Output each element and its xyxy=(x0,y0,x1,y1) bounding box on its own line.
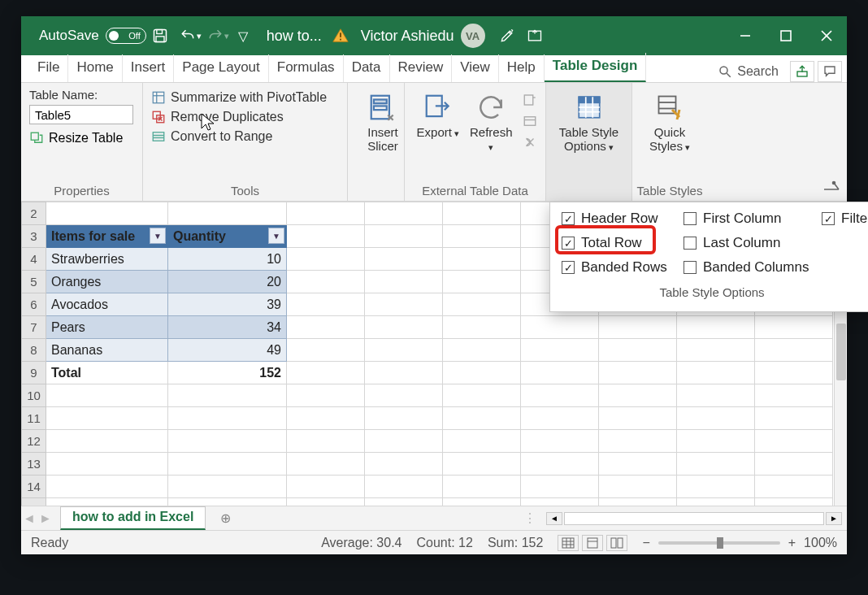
table-style-options-button[interactable]: Table StyleOptions xyxy=(554,88,623,153)
svg-rect-7 xyxy=(781,31,791,41)
zoom-value: 100% xyxy=(804,536,837,550)
chk-banded-columns[interactable]: Banded Columns xyxy=(684,259,822,276)
filter-dropdown-icon[interactable]: ▼ xyxy=(150,228,166,244)
tab-help[interactable]: Help xyxy=(499,54,545,82)
ribbon-display-icon[interactable] xyxy=(521,16,549,55)
document-title: how to... xyxy=(267,28,322,45)
export-button[interactable]: Export xyxy=(413,88,463,153)
horizontal-scrollbar[interactable]: ◄► xyxy=(546,512,847,525)
quick-styles-button[interactable]: QuickStyles xyxy=(640,88,699,153)
svg-rect-27 xyxy=(524,117,536,126)
chk-header-row[interactable]: Header Row xyxy=(562,211,684,227)
chk-last-column[interactable]: Last Column xyxy=(684,235,822,251)
chk-first-column[interactable]: First Column xyxy=(684,211,822,227)
user-name: Victor Ashiedu xyxy=(361,28,454,45)
search-box[interactable]: Search xyxy=(710,61,787,82)
table-name-label: Table Name: xyxy=(29,88,134,102)
minimize-button[interactable] xyxy=(725,16,766,55)
svg-rect-23 xyxy=(374,100,387,104)
tab-table-design[interactable]: Table Design xyxy=(545,53,647,82)
ribbon-body: Table Name: Resize Table Properties Summ… xyxy=(21,83,847,202)
tab-file[interactable]: File xyxy=(29,54,68,82)
svg-rect-46 xyxy=(611,538,616,548)
group-table-styles: QuickStyles Table Styles xyxy=(632,83,707,201)
avatar[interactable]: VA xyxy=(461,24,485,48)
svg-rect-12 xyxy=(797,72,807,76)
group-slicer: InsertSlicer xyxy=(348,83,405,201)
tab-view[interactable]: View xyxy=(452,54,499,82)
status-average: Average: 30.4 xyxy=(321,536,401,550)
sheet-prev-icon[interactable]: ◄ xyxy=(21,511,37,526)
excel-window: AutoSave Off ▾ ▾ ▽ how to... Victor Ashi… xyxy=(21,16,847,554)
tab-review[interactable]: Review xyxy=(390,54,453,82)
svg-rect-26 xyxy=(524,95,533,105)
tab-page-layout[interactable]: Page Layout xyxy=(174,54,268,82)
svg-point-38 xyxy=(833,182,835,185)
svg-rect-3 xyxy=(340,33,341,37)
svg-point-10 xyxy=(720,67,727,74)
group-external-data: Export Refresh External Table Data xyxy=(405,83,546,201)
svg-rect-30 xyxy=(579,97,600,102)
warning-icon xyxy=(332,27,349,45)
refresh-button[interactable]: Refresh xyxy=(467,88,517,153)
add-sheet-button[interactable]: ⊕ xyxy=(220,510,231,526)
tab-insert[interactable]: Insert xyxy=(123,54,175,82)
chk-filter-button[interactable]: Filter xyxy=(822,211,868,227)
remove-duplicates-button[interactable]: Remove Duplicates xyxy=(151,107,339,127)
collapse-ribbon-icon[interactable] xyxy=(822,180,840,194)
sheet-tab-active[interactable]: how to add in Excel xyxy=(60,506,206,530)
status-ready: Ready xyxy=(31,536,68,550)
summarize-pivottable-button[interactable]: Summarize with PivotTable xyxy=(151,88,339,107)
maximize-button[interactable] xyxy=(766,16,806,55)
zoom-slider[interactable]: −+ 100% xyxy=(642,536,837,550)
chk-total-row[interactable]: Total Row xyxy=(562,235,684,251)
convert-to-range-button[interactable]: Convert to Range xyxy=(151,127,339,146)
status-sum: Sum: 152 xyxy=(488,536,543,550)
group-tools: Summarize with PivotTable Remove Duplica… xyxy=(143,83,348,201)
pen-icon[interactable] xyxy=(493,16,521,55)
ribbon-tabs: File Home Insert Page Layout Formulas Da… xyxy=(21,55,847,83)
sheet-next-icon[interactable]: ► xyxy=(37,511,54,526)
sheet-tab-bar: ◄ ► how to add in Excel ⊕ ⋮ ◄► xyxy=(21,506,847,530)
resize-table-button[interactable]: Resize Table xyxy=(29,131,134,145)
tab-formulas[interactable]: Formulas xyxy=(269,54,344,82)
tab-data[interactable]: Data xyxy=(344,54,390,82)
svg-rect-44 xyxy=(588,538,597,548)
search-label: Search xyxy=(737,64,779,79)
save-icon[interactable] xyxy=(146,16,174,55)
close-button[interactable] xyxy=(806,16,847,55)
insert-slicer-button[interactable]: InsertSlicer xyxy=(356,88,410,153)
view-page-break-icon[interactable] xyxy=(606,535,627,551)
comments-button[interactable] xyxy=(818,61,842,82)
svg-rect-14 xyxy=(153,92,164,103)
filter-dropdown-icon[interactable]: ▼ xyxy=(268,228,284,244)
svg-rect-13 xyxy=(31,132,38,140)
autosave-label: AutoSave xyxy=(39,28,99,44)
svg-rect-4 xyxy=(340,39,341,41)
table-style-options-popup: Header Row First Column Filter Total Row… xyxy=(549,202,868,312)
view-page-layout-icon[interactable] xyxy=(582,535,603,551)
toggle-icon: Off xyxy=(106,28,146,44)
svg-rect-21 xyxy=(153,132,164,141)
svg-line-11 xyxy=(727,73,731,77)
status-count: Count: 12 xyxy=(417,536,473,550)
svg-rect-47 xyxy=(618,538,623,548)
svg-rect-39 xyxy=(562,538,574,548)
customize-dropdown-icon[interactable]: ▽ xyxy=(229,16,257,55)
titlebar: AutoSave Off ▾ ▾ ▽ how to... Victor Ashi… xyxy=(21,16,847,55)
status-bar: Ready Average: 30.4 Count: 12 Sum: 152 −… xyxy=(21,530,847,554)
view-normal-icon[interactable] xyxy=(558,535,579,551)
table-name-input[interactable] xyxy=(29,105,133,124)
group-properties: Table Name: Resize Table Properties xyxy=(21,83,143,201)
svg-rect-2 xyxy=(156,37,164,42)
tab-home[interactable]: Home xyxy=(68,54,122,82)
group-table-style-options: Table StyleOptions xyxy=(546,83,632,201)
share-button[interactable] xyxy=(790,61,814,82)
popup-title: Table Style Options xyxy=(562,285,862,299)
chk-banded-rows[interactable]: Banded Rows xyxy=(562,259,684,276)
autosave-toggle[interactable]: AutoSave Off xyxy=(39,28,146,44)
svg-rect-24 xyxy=(374,106,387,110)
